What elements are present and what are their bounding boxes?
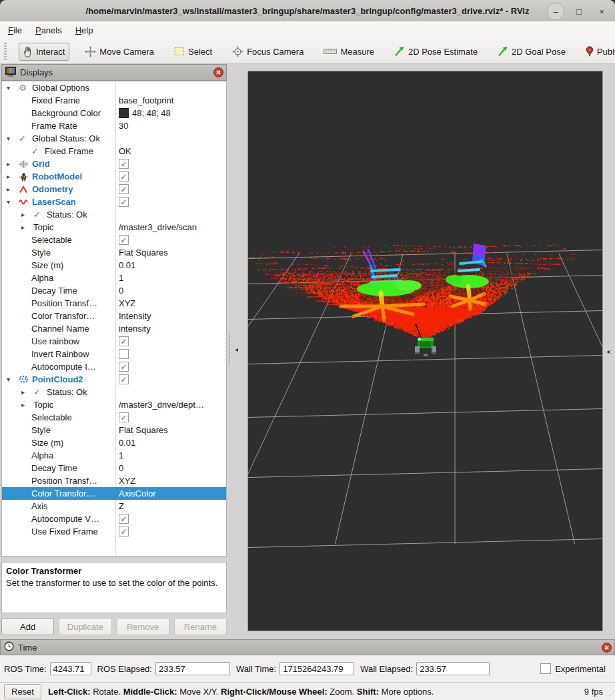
toolbar-handle[interactable]	[4, 43, 7, 60]
checkbox-checked[interactable]: ✓	[119, 336, 129, 346]
remove-button[interactable]: Remove	[117, 618, 169, 635]
displays-panel-header[interactable]: Displays	[1, 64, 227, 81]
title-bar[interactable]: /home/marvin/master3_ws/install/master3_…	[0, 0, 615, 22]
tree-row[interactable]: Position Transf…XYZ	[2, 474, 226, 487]
checkbox-unchecked[interactable]	[119, 349, 129, 359]
tool-focus-camera[interactable]: Focus Camera	[227, 43, 308, 61]
close-button[interactable]: ×	[594, 3, 610, 19]
tree-row[interactable]: Size (m)0.01	[2, 436, 226, 449]
collapse-arrow-icon[interactable]: ▸	[19, 211, 33, 218]
tree-row[interactable]: Color Transfor…AxisColor	[2, 487, 226, 500]
maximize-button[interactable]: □	[571, 3, 587, 19]
tool-measure[interactable]: Measure	[319, 43, 379, 60]
tool-select[interactable]: Select	[169, 43, 217, 60]
tree-row[interactable]: ▸Topic/master3_drive/scan	[2, 221, 226, 234]
tool-2d-goal-pose[interactable]: 2D Goal Pose	[493, 43, 570, 60]
collapse-arrow-icon[interactable]: ▸	[19, 388, 33, 396]
tool-move-camera[interactable]: Move Camera	[80, 43, 159, 61]
tree-row[interactable]: AxisZ	[2, 500, 226, 512]
collapse-arrow-icon[interactable]: ▸	[5, 173, 19, 180]
property-value[interactable]: 30	[119, 121, 128, 131]
tree-row[interactable]: Use Fixed Frame✓	[2, 525, 226, 538]
expand-arrow-icon[interactable]: ▾	[5, 84, 19, 91]
splitter-grip[interactable]	[229, 334, 232, 364]
checkbox-checked[interactable]: ✓	[119, 362, 129, 372]
tree-row[interactable]: Channel Nameintensity	[2, 322, 226, 335]
add-button[interactable]: Add	[1, 618, 54, 635]
tree-row[interactable]: Autocompute I…✓	[2, 360, 226, 373]
panel-collapse-left-icon[interactable]: ◂	[235, 346, 238, 353]
tool-2d-pose-estimate[interactable]: 2D Pose Estimate	[390, 43, 482, 60]
tree-row[interactable]: Selectable✓	[2, 234, 226, 246]
tree-row[interactable]: ▸✓Status: Ok	[2, 386, 226, 398]
expand-arrow-icon[interactable]: ▾	[5, 376, 19, 383]
tree-row[interactable]: ▾LaserScan✓	[2, 196, 226, 208]
property-value[interactable]: Flat Squares	[119, 425, 168, 435]
tree-row[interactable]: ▾✓Global Status: Ok	[2, 132, 226, 145]
experimental-checkbox-box[interactable]	[540, 663, 551, 674]
tool-publish-point[interactable]: Publish Point	[581, 43, 615, 60]
collapse-arrow-icon[interactable]: ▸	[19, 401, 33, 408]
tree-row[interactable]: Alpha1	[2, 449, 226, 462]
tree-row[interactable]: Invert Rainbow	[2, 348, 226, 360]
collapse-arrow-icon[interactable]: ▸	[19, 224, 33, 231]
resize-grip[interactable]: ⋰	[607, 692, 614, 699]
property-value[interactable]: base_footprint	[119, 95, 173, 105]
checkbox-checked[interactable]: ✓	[119, 235, 129, 245]
property-value[interactable]: /master3_drive/scan	[119, 222, 197, 232]
collapse-arrow-icon[interactable]: ▸	[5, 186, 19, 193]
tree-row[interactable]: Frame Rate30	[2, 119, 226, 132]
menu-help[interactable]: Help	[69, 23, 100, 37]
panel-collapse-right-icon[interactable]: ◂	[606, 348, 610, 355]
color-swatch[interactable]	[119, 108, 129, 118]
property-value[interactable]: 0.01	[119, 260, 135, 270]
expand-arrow-icon[interactable]: ▾	[5, 135, 19, 142]
tool-interact[interactable]: Interact	[19, 43, 69, 61]
tree-row[interactable]: StyleFlat Squares	[2, 246, 226, 259]
reset-button[interactable]: Reset	[4, 684, 41, 699]
tree-row[interactable]: ▸RobotModel✓	[2, 170, 226, 183]
tree-row[interactable]: ▸Topic/master3_drive/dept…	[2, 398, 226, 411]
tree-row[interactable]: ▾PointCloud2✓	[2, 373, 226, 386]
tree-row[interactable]: Use rainbow✓	[2, 335, 226, 348]
property-value[interactable]: 0	[119, 286, 123, 296]
property-value[interactable]: Z	[119, 501, 124, 511]
menu-panels[interactable]: Panels	[29, 23, 69, 37]
ros-time-input[interactable]	[50, 662, 91, 675]
property-value[interactable]: 0	[119, 463, 123, 473]
menu-file[interactable]: File	[1, 23, 29, 37]
tree-row[interactable]: Selectable✓	[2, 411, 226, 424]
tree-row[interactable]: Alpha1	[2, 272, 226, 284]
tree-row[interactable]: Color Transfor…Intensity	[2, 310, 226, 322]
checkbox-checked[interactable]: ✓	[119, 527, 129, 537]
property-value[interactable]: Flat Squares	[119, 248, 168, 258]
property-value[interactable]: AxisColor	[119, 488, 156, 498]
ros-elapsed-input[interactable]	[155, 662, 230, 675]
tree-row[interactable]: ▸Grid✓	[2, 157, 226, 170]
checkbox-checked[interactable]: ✓	[119, 197, 129, 207]
tree-row[interactable]: Background Color48; 48; 48	[2, 107, 226, 119]
checkbox-checked[interactable]: ✓	[119, 184, 129, 194]
property-value[interactable]: 0.01	[119, 438, 135, 448]
checkbox-checked[interactable]: ✓	[119, 374, 129, 384]
displays-close-icon[interactable]	[213, 67, 223, 77]
property-value[interactable]: intensity	[119, 324, 151, 334]
tree-row[interactable]: Autocompute V…✓	[2, 512, 226, 525]
property-value[interactable]: 1	[119, 450, 123, 460]
3d-viewport[interactable]	[248, 71, 602, 631]
tree-row[interactable]: ▸Odometry✓	[2, 183, 226, 196]
property-value[interactable]: Intensity	[119, 311, 151, 321]
tree-row[interactable]: Decay Time0	[2, 462, 226, 474]
expand-arrow-icon[interactable]: ▾	[5, 198, 19, 206]
property-value[interactable]: 48; 48; 48	[132, 108, 171, 118]
tree-row[interactable]: StyleFlat Squares	[2, 424, 226, 436]
property-value[interactable]: XYZ	[119, 476, 135, 486]
checkbox-checked[interactable]: ✓	[119, 412, 129, 422]
checkbox-checked[interactable]: ✓	[119, 171, 129, 182]
wall-time-input[interactable]	[279, 662, 354, 675]
collapse-arrow-icon[interactable]: ▸	[5, 160, 19, 167]
time-panel-header[interactable]: Time	[0, 639, 615, 655]
tree-row[interactable]: Fixed Framebase_footprint	[2, 94, 226, 107]
property-value[interactable]: XYZ	[119, 298, 135, 308]
time-close-icon[interactable]	[602, 643, 612, 653]
